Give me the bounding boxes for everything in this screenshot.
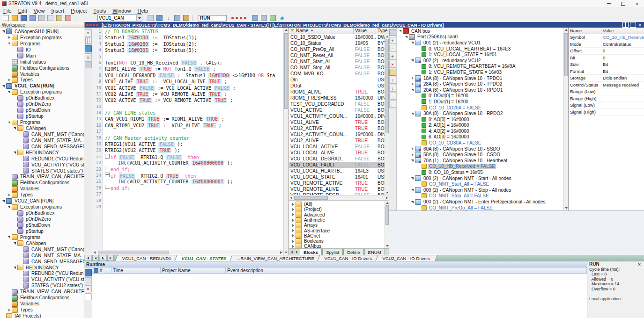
tree-item[interactable]: pShutDown	[0, 222, 84, 228]
runtime-column-2[interactable]: Project Name	[161, 267, 226, 273]
edit-node-icon[interactable]	[389, 69, 396, 76]
tree-item[interactable]: 1: VCU_LOCAL_STATE = 16#01	[397, 51, 563, 58]
property-row[interactable]: ModeControl/Status	[569, 41, 644, 48]
scroll-thumb[interactable]	[98, 251, 169, 254]
expand-arrow[interactable]	[398, 29, 402, 32]
expand-arrow[interactable]	[7, 42, 11, 45]
tree-item[interactable]: pOnDivZero	[0, 216, 84, 222]
tree-item[interactable]: CANopen	[0, 125, 84, 131]
watch-row[interactable]: VCU_LOCAL_DEGRAD...FALSEBOO	[289, 156, 389, 162]
expand-arrow[interactable]	[7, 194, 11, 196]
code-line[interactable]: Status2 16#02B0 := IOStatus(2);	[105, 41, 283, 47]
menu-view[interactable]: View	[30, 7, 48, 14]
tree-item[interactable]: pShutDown	[0, 107, 84, 113]
watch-row[interactable]: VCU_LOCAL_FAULTFALSEBOO	[289, 162, 389, 168]
tree-item[interactable]: 0: AO[0] = 16#0000	[397, 116, 563, 123]
tree-item[interactable]: pStartup	[0, 113, 84, 119]
watch-hscrollbar[interactable]	[289, 195, 389, 200]
watch-row[interactable]: VCU_LOCAL_HEARTB...16#E3USI	[289, 168, 389, 174]
spylist-icon[interactable]	[259, 14, 268, 22]
redo-icon[interactable]	[81, 14, 90, 22]
expand-arrow[interactable]	[291, 224, 295, 227]
tree-item[interactable]: 000 (2) - CANopen NMT - Enter PreOperati…	[397, 199, 563, 205]
expand-arrow[interactable]	[13, 151, 17, 154]
tree-item[interactable]: CO_NMT_Stop_All = FALSE	[397, 193, 563, 199]
autoscroll-icon[interactable]	[85, 269, 92, 276]
tree-item[interactable]: Programs	[0, 119, 84, 125]
tree-item[interactable]: 70A (1) - CANopen Slave 10 - Heartbeat	[397, 158, 563, 164]
tree-item[interactable]: REDUNDANCY	[0, 150, 84, 156]
tree-item[interactable]: 0: VCU_REMOTE_HEARTBEAT = 16#9A	[397, 64, 563, 70]
watch-row[interactable]: VCU1_ACTIVEFALSEBOO	[289, 107, 389, 113]
tree-item[interactable]: Types	[0, 192, 84, 198]
tree-item[interactable]: CAN_NMT_MGT ("Canop...	[0, 246, 84, 253]
scroll-thumb[interactable]	[294, 196, 328, 200]
tree-item[interactable]: 30A (8) - CANopen Slave 10 - RPDO2	[397, 110, 563, 116]
tree-item[interactable]: Types	[0, 307, 84, 313]
tree-item[interactable]: pOnBadIndex	[0, 95, 84, 101]
code-line[interactable]: Ton1(NOT CO_10_HB_Received FALSE , t#1s)…	[105, 60, 283, 66]
tree-item[interactable]: 20A (8) - CANopen Slave 10 - RPDO1	[397, 87, 563, 93]
tree-item[interactable]: CAN_SEND_MESSAGES...	[0, 259, 84, 265]
property-row[interactable]: Offset0	[569, 48, 644, 55]
tree-item[interactable]: TRAIN_VIEW_CAN_ARCHITECT...	[0, 174, 84, 180]
tree-item[interactable]: Initial values	[0, 59, 84, 65]
filter-icon[interactable]	[290, 29, 294, 32]
scroll-thumb[interactable]	[385, 39, 389, 133]
watch-type-header[interactable]: Type	[376, 28, 389, 34]
tree-item[interactable]: CANopenSI10 [RUN]	[0, 29, 84, 35]
code-line[interactable]: end_if;	[105, 166, 283, 173]
tree-item[interactable]: CAN_NMT_STATE_MA...	[0, 137, 84, 144]
tree-item[interactable]: pStartup	[0, 228, 84, 234]
watch-row[interactable]: VCU2_ACTIVETRUEBOO	[289, 125, 389, 131]
code-line[interactable]: end_if;	[105, 185, 283, 191]
graph-icon[interactable]	[268, 14, 277, 22]
tree-item[interactable]: Programs	[0, 41, 84, 47]
blocks-folder[interactable]: Arrays	[289, 223, 389, 228]
document-tab[interactable]: ...RAIN_VIEW_CAN_ARCHITECTURE	[229, 255, 321, 261]
watch-row[interactable]: CO_NMT_Start_AllFALSEBOO	[289, 58, 389, 65]
outline-icon[interactable]	[85, 61, 92, 68]
code-line[interactable]: VCU1_ALIVE TRUE := VCU_LOCAL_ALIVE TRUE …	[105, 79, 283, 85]
tree-item[interactable]: 58A (8) - CANopen Slave 10 - CSDO	[397, 152, 563, 158]
code-line[interactable]: // IO BOARDS STATUS	[105, 29, 283, 35]
properties-name-header[interactable]: Name	[569, 28, 601, 34]
blocks-tab-blocks[interactable]: Blocks	[300, 249, 322, 255]
blocks-folder[interactable]: BACnet	[289, 233, 389, 238]
collapse-all-icon[interactable]	[389, 45, 396, 52]
tree-item[interactable]: 1: VCU_REMOTE_STATE = 16#03	[397, 69, 563, 75]
property-row[interactable]: StorageLittle endian	[569, 75, 644, 82]
expand-arrow[interactable]	[1, 200, 6, 202]
document-tab[interactable]: VCU1_CAN - IO Drivers	[317, 255, 379, 261]
tree-item[interactable]: (All Projects)	[0, 313, 84, 318]
tree-item[interactable]: Variables	[0, 301, 84, 307]
properties-icon[interactable]	[389, 29, 396, 36]
download-icon[interactable]	[164, 14, 173, 22]
watch-row[interactable]: VCU1_ALIVETRUEBOO	[289, 119, 389, 125]
document-tab[interactable]: VCU1_CAN - REDUND1	[115, 255, 178, 261]
blocks-folder[interactable]: AS-interface	[289, 228, 389, 233]
document-tab[interactable]: VCU1_CAN - STATES	[174, 255, 234, 261]
scroll-right-icon[interactable]	[279, 250, 283, 255]
tree-item[interactable]: Port (250Kbs) can0	[397, 34, 563, 40]
code-line[interactable]	[105, 54, 283, 60]
comment-icon[interactable]	[85, 293, 92, 300]
watch-row[interactable]: CO_NMT_PreOp_AllFALSEBOO	[289, 46, 389, 52]
move-down-icon[interactable]	[389, 85, 396, 92]
move-up-icon[interactable]	[389, 77, 396, 84]
paste-icon[interactable]	[55, 14, 64, 22]
editor-hscrollbar[interactable]	[92, 250, 283, 255]
simulation-icon[interactable]	[182, 14, 191, 22]
tree-item[interactable]: IO	[0, 47, 84, 53]
code-line[interactable]: VCU_LOCAL_DEGRADED FALSE := Status1 16#0…	[105, 72, 283, 79]
property-row[interactable]: Signal (High)	[569, 109, 644, 116]
copy-icon[interactable]	[46, 14, 55, 22]
watch-row[interactable]: VCU_LOCAL_ALIVETRUEBOO	[289, 150, 389, 156]
code-line[interactable]: RTRIG2(VCU2_ACTIVE TRUE );	[105, 147, 283, 153]
code-line[interactable]: VCU1_ACTIVE FALSE := VCU_LOCAL_ACTIVE FA…	[105, 85, 283, 91]
cut-icon[interactable]	[37, 14, 46, 22]
property-row[interactable]: FormatBit	[569, 68, 644, 75]
menu-file[interactable]: File	[0, 7, 15, 14]
blocks-tab-enum[interactable]: ENUM	[364, 249, 385, 255]
runtime-column-1[interactable]: Time	[111, 267, 161, 273]
